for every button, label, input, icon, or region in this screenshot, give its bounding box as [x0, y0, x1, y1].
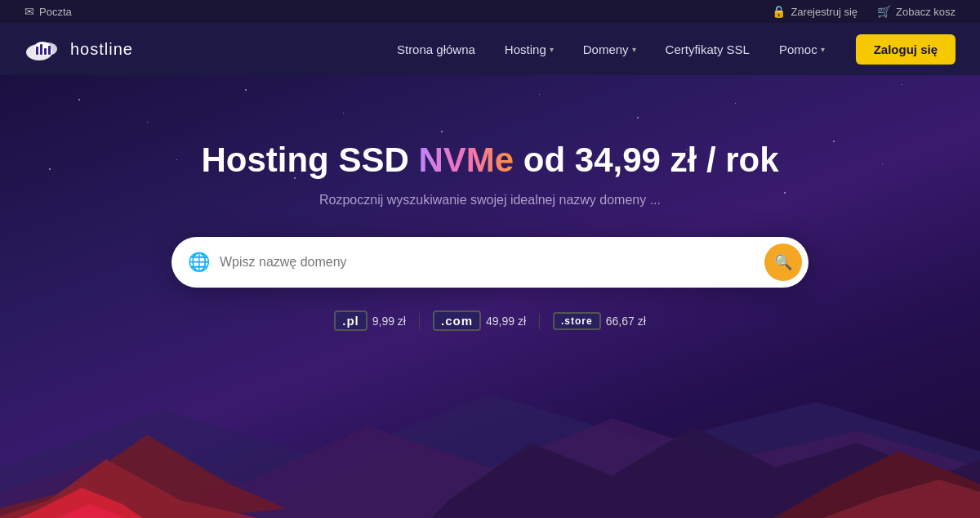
email-icon: ✉: [24, 5, 34, 18]
domain-price-store: 66,67 zł: [606, 315, 646, 328]
svg-marker-10: [0, 459, 286, 518]
svg-marker-9: [0, 435, 286, 518]
logo-icon: [24, 34, 64, 64]
svg-rect-3: [36, 47, 38, 55]
svg-rect-5: [44, 48, 47, 55]
navbar: hostline Strona główna Hosting ▾ Domeny …: [0, 23, 980, 75]
mountains-decoration: [0, 361, 980, 518]
domain-badges: .pl 9,99 zł .com 49,99 zł .store 66,67 z…: [334, 310, 646, 331]
nav-hosting-label: Hosting: [505, 42, 546, 56]
login-button[interactable]: Zaloguj się: [856, 34, 956, 65]
domain-badge-store: .store 66,67 zł: [553, 312, 646, 330]
svg-marker-14: [0, 488, 163, 518]
nav-ssl-label: Certyfikaty SSL: [666, 42, 750, 56]
svg-marker-11: [408, 426, 980, 518]
nav-item-domains[interactable]: Domeny ▾: [572, 36, 648, 63]
nav-help-label: Pomoc: [779, 42, 817, 56]
search-button[interactable]: 🔍: [764, 243, 802, 281]
cart-link[interactable]: 🛒 Zobacz kosz: [877, 5, 956, 18]
hero-title-prefix: Hosting SSD: [201, 141, 418, 179]
nav-home-label: Strona główna: [397, 42, 475, 56]
svg-marker-12: [735, 451, 980, 518]
domain-ext-pl: .pl: [334, 310, 368, 331]
domain-price-pl: 9,99 zł: [372, 315, 406, 328]
globe-icon: 🌐: [188, 252, 210, 273]
svg-rect-6: [48, 46, 51, 55]
hero-title: Hosting SSD NVMe od 34,99 zł / rok: [201, 141, 778, 180]
nav-item-home[interactable]: Strona główna: [385, 36, 487, 63]
register-link[interactable]: 🔒 Zarejestruj się: [772, 5, 858, 18]
search-icon: 🔍: [774, 253, 792, 271]
domain-ext-store: .store: [553, 312, 601, 330]
cart-icon: 🛒: [877, 5, 891, 18]
email-link[interactable]: ✉ Poczta: [24, 5, 72, 18]
domain-ext-com: .com: [433, 310, 481, 331]
lock-icon: 🔒: [772, 5, 786, 18]
nav-links: Strona główna Hosting ▾ Domeny ▾ Certyfi…: [385, 36, 836, 63]
nav-item-hosting[interactable]: Hosting ▾: [493, 36, 565, 63]
top-bar: ✉ Poczta 🔒 Zarejestruj się 🛒 Zobacz kosz: [0, 0, 980, 23]
hosting-chevron-icon: ▾: [550, 45, 554, 54]
cart-label: Zobacz kosz: [896, 6, 956, 18]
email-label: Poczta: [39, 6, 72, 18]
svg-marker-15: [0, 504, 196, 518]
nav-item-help[interactable]: Pomoc ▾: [768, 36, 836, 63]
hero-section: Hosting SSD NVMe od 34,99 zł / rok Rozpo…: [0, 75, 980, 518]
badge-separator-1: [419, 313, 420, 329]
hero-title-nvme: NVMe: [418, 141, 514, 179]
help-chevron-icon: ▾: [821, 45, 825, 54]
domain-badge-com: .com 49,99 zł: [433, 310, 526, 331]
hero-subtitle: Rozpocznij wyszukiwanie swojej idealnej …: [319, 193, 661, 208]
badge-separator-2: [539, 313, 540, 329]
search-input[interactable]: [220, 255, 764, 270]
logo[interactable]: hostline: [24, 34, 133, 64]
hero-title-suffix: od 34,99 zł / rok: [514, 141, 778, 179]
domain-search-container: 🌐 🔍: [172, 237, 808, 288]
search-box: 🌐 🔍: [172, 237, 808, 288]
domains-chevron-icon: ▾: [632, 45, 636, 54]
nav-item-ssl[interactable]: Certyfikaty SSL: [654, 36, 761, 63]
svg-marker-7: [0, 394, 980, 518]
domain-badge-pl: .pl 9,99 zł: [334, 310, 406, 331]
logo-text: hostline: [70, 40, 133, 59]
svg-marker-13: [776, 480, 980, 518]
domain-price-com: 49,99 zł: [486, 315, 526, 328]
svg-rect-4: [40, 44, 42, 55]
nav-domains-label: Domeny: [583, 42, 629, 56]
register-label: Zarejestruj się: [791, 6, 858, 18]
svg-marker-8: [0, 418, 980, 518]
